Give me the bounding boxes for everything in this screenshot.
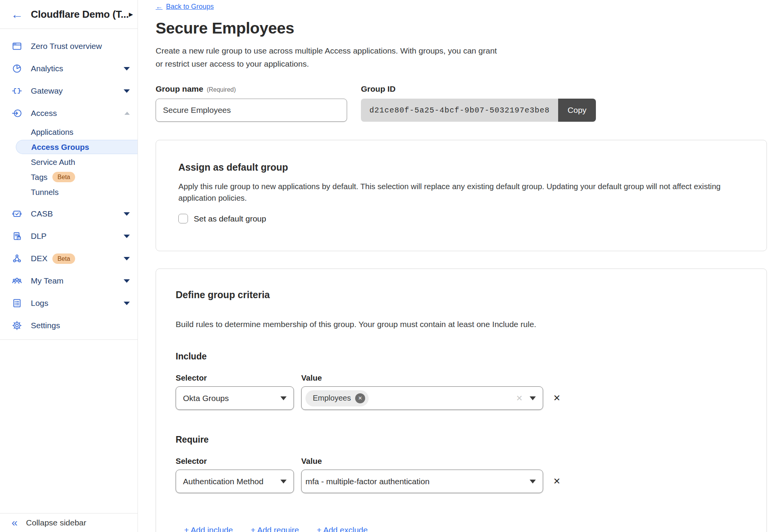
default-group-card: Assign as default group Apply this rule …	[156, 140, 767, 251]
pie-chart-icon	[12, 63, 22, 74]
sidebar-nav: Zero Trust overview Analytics Gateway Ac…	[0, 29, 138, 340]
sidebar-item-applications[interactable]: Applications	[0, 124, 138, 139]
include-rule-row: Okta Groups Employees ✕ ✕ ✕	[176, 386, 767, 410]
include-selector-dropdown[interactable]: Okta Groups	[176, 386, 294, 410]
sidebar-item-label: Service Auth	[31, 158, 75, 167]
sidebar-item-dlp[interactable]: DLP	[0, 225, 138, 247]
collapse-sidebar-label: Collapse sidebar	[26, 518, 86, 527]
sidebar-item-settings[interactable]: Settings	[0, 314, 138, 337]
account-name[interactable]: Cloudflare Demo (T...	[31, 8, 129, 20]
sidebar-item-zero-trust-overview[interactable]: Zero Trust overview	[0, 35, 138, 57]
group-id-row: d21ce80f-5a25-4bcf-9b07-5032197e3be8 Cop…	[361, 99, 596, 122]
include-value-multiselect[interactable]: Employees ✕ ✕	[301, 386, 543, 410]
sidebar-header: ← Cloudflare Demo (T... ▶	[0, 0, 138, 29]
criteria-card-description: Build rules to determine membership of t…	[176, 320, 767, 329]
back-to-groups-link[interactable]: ← Back to Groups	[156, 3, 214, 11]
chevron-up-icon[interactable]	[124, 112, 130, 115]
required-hint: (Required)	[207, 86, 236, 93]
sidebar-item-label: Access Groups	[31, 143, 89, 152]
back-arrow-icon[interactable]: ←	[11, 8, 23, 20]
sidebar-item-analytics[interactable]: Analytics	[0, 57, 138, 80]
sidebar-spacer	[0, 340, 138, 513]
sidebar-item-label: Access	[31, 109, 57, 118]
sidebar: ← Cloudflare Demo (T... ▶ Zero Trust ove…	[0, 0, 138, 532]
chevron-down-icon	[280, 396, 287, 400]
group-name-label-text: Group name	[156, 84, 203, 93]
group-name-input[interactable]	[156, 99, 347, 122]
include-heading: Include	[176, 351, 767, 362]
remove-include-rule-icon[interactable]: ✕	[553, 394, 560, 403]
sidebar-item-tunnels[interactable]: Tunnels	[0, 185, 138, 200]
require-labels-row: Selector Value	[176, 456, 767, 466]
criteria-card: Define group criteria Build rules to det…	[156, 269, 767, 532]
criteria-card-title: Define group criteria	[176, 289, 767, 300]
chevron-down-icon	[530, 396, 536, 400]
default-group-card-title: Assign as default group	[178, 162, 744, 173]
sidebar-item-label: Logs	[31, 299, 49, 308]
require-value-dropdown[interactable]: mfa - multiple-factor authentication	[301, 470, 543, 493]
sidebar-item-label: DEX	[31, 254, 47, 263]
include-value-label: Value	[301, 373, 322, 383]
chevron-down-icon[interactable]	[124, 212, 130, 216]
network-nodes-icon	[12, 253, 22, 264]
default-group-checkbox[interactable]	[178, 214, 188, 223]
sidebar-item-dex[interactable]: DEX Beta	[0, 247, 138, 270]
clear-values-icon[interactable]: ✕	[516, 394, 523, 403]
sidebar-item-logs[interactable]: Logs	[0, 292, 138, 314]
sidebar-item-service-auth[interactable]: Service Auth	[0, 154, 138, 170]
require-selector-label: Selector	[176, 456, 301, 466]
default-group-checkbox-label: Set as default group	[194, 214, 266, 223]
chevron-right-icon[interactable]: ▶	[129, 11, 133, 17]
require-value-text: mfa - multiple-factor authentication	[305, 477, 429, 486]
collapse-chevrons-icon: «	[12, 517, 18, 528]
chip-remove-icon[interactable]: ✕	[355, 393, 365, 403]
sidebar-item-my-team[interactable]: My Team	[0, 270, 138, 292]
beta-badge: Beta	[52, 253, 75, 264]
include-selector-value: Okta Groups	[183, 394, 229, 403]
group-id-field: Group ID d21ce80f-5a25-4bcf-9b07-5032197…	[361, 84, 596, 122]
page-description-line2: or restrict user access to your applicat…	[156, 57, 767, 70]
browser-window-icon	[12, 41, 22, 52]
access-icon	[12, 108, 22, 119]
chevron-down-icon[interactable]	[124, 235, 130, 238]
gateway-icon	[12, 86, 22, 96]
add-include-link[interactable]: + Add include	[184, 525, 233, 532]
sidebar-item-gateway[interactable]: Gateway	[0, 80, 138, 102]
require-selector-dropdown[interactable]: Authentication Method	[176, 470, 294, 493]
sidebar-item-access-groups[interactable]: Access Groups	[16, 140, 138, 154]
back-arrow-icon: ←	[156, 3, 163, 11]
sidebar-item-tags[interactable]: Tags Beta	[0, 170, 138, 185]
group-meta-row: Group name(Required) Group ID d21ce80f-5…	[156, 84, 767, 122]
collapse-sidebar-button[interactable]: « Collapse sidebar	[0, 513, 138, 532]
copy-button[interactable]: Copy	[558, 99, 596, 122]
chevron-down-icon	[530, 480, 536, 483]
sidebar-item-label: Tunnels	[31, 188, 59, 197]
add-exclude-link[interactable]: + Add exclude	[317, 525, 368, 532]
include-selector-label: Selector	[176, 373, 301, 383]
people-icon	[12, 275, 22, 286]
chevron-down-icon[interactable]	[124, 257, 130, 260]
chevron-down-icon[interactable]	[124, 279, 130, 283]
gear-icon	[12, 320, 22, 331]
value-chip: Employees ✕	[305, 390, 369, 406]
remove-require-rule-icon[interactable]: ✕	[553, 477, 560, 486]
add-require-link[interactable]: + Add require	[251, 525, 299, 532]
set-default-group-row[interactable]: Set as default group	[178, 214, 266, 223]
chevron-down-icon[interactable]	[124, 67, 130, 70]
include-labels-row: Selector Value	[176, 373, 767, 383]
log-list-icon	[12, 298, 22, 309]
sidebar-item-label: Settings	[31, 321, 60, 330]
sidebar-item-label: DLP	[31, 232, 47, 241]
group-id-label: Group ID	[361, 84, 596, 94]
page-description-line1: Create a new rule group to use across mu…	[156, 44, 767, 57]
sidebar-item-access[interactable]: Access	[0, 102, 138, 124]
sidebar-item-casb[interactable]: CASB	[0, 203, 138, 225]
group-name-label: Group name(Required)	[156, 84, 347, 94]
beta-badge: Beta	[52, 172, 75, 182]
chevron-down-icon[interactable]	[124, 302, 130, 305]
group-name-field: Group name(Required)	[156, 84, 347, 122]
require-heading: Require	[176, 435, 767, 445]
sidebar-item-label: Applications	[31, 128, 74, 137]
page-description: Create a new rule group to use across mu…	[156, 44, 767, 70]
chevron-down-icon[interactable]	[124, 89, 130, 93]
